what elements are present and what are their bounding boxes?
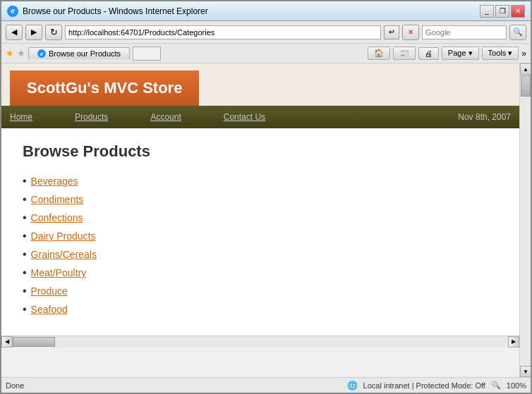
browser-window: e Browse our Products - Windows Internet… bbox=[0, 0, 532, 394]
window-controls: _ ❐ ✕ bbox=[480, 5, 525, 18]
h-scroll-right-button[interactable]: ▶ bbox=[508, 336, 519, 347]
new-tab-button[interactable] bbox=[133, 47, 161, 61]
site-nav: Home Products Account Contact Us Nov 8th… bbox=[1, 106, 519, 128]
zone-icon: 🌐 bbox=[347, 381, 358, 390]
status-bar: Done 🌐 Local intranet | Protected Mode: … bbox=[1, 377, 531, 393]
page-button[interactable]: Page ▾ bbox=[442, 47, 479, 60]
product-link[interactable]: Dairy Products bbox=[31, 230, 96, 242]
restore-button[interactable]: ❐ bbox=[495, 5, 509, 18]
scroll-thumb[interactable] bbox=[521, 75, 531, 97]
h-scroll-left-button[interactable]: ◀ bbox=[1, 336, 13, 347]
scroll-down-button[interactable]: ▼ bbox=[520, 366, 531, 377]
nav-contact[interactable]: Contact Us bbox=[224, 112, 265, 122]
list-item: • Grains/Cereals bbox=[23, 248, 498, 261]
scroll-up-button[interactable]: ▲ bbox=[520, 63, 531, 75]
zone-text: Local intranet | Protected Mode: Off bbox=[363, 381, 485, 390]
status-right: 🌐 Local intranet | Protected Mode: Off 🔍… bbox=[347, 381, 526, 390]
toolbar: ★ ★ e Browse our Products 🏠 📰 🖨 Page ▾ T… bbox=[1, 44, 531, 63]
forward-button[interactable]: ▶ bbox=[25, 25, 42, 40]
bullet-icon: • bbox=[23, 266, 27, 279]
close-button[interactable]: ✕ bbox=[511, 5, 525, 18]
go-button[interactable]: ↵ bbox=[384, 25, 399, 39]
search-input[interactable] bbox=[422, 25, 507, 39]
zoom-level: 100% bbox=[507, 381, 526, 390]
nav-products[interactable]: Products bbox=[75, 112, 108, 122]
browser-tab[interactable]: e Browse our Products bbox=[28, 47, 130, 59]
main-content: Browse Products • Beverages• Condiments•… bbox=[1, 128, 519, 335]
product-link[interactable]: Beverages bbox=[31, 176, 78, 187]
site-header: ScottGu's MVC Store bbox=[1, 63, 519, 106]
add-favorites-icon[interactable]: ★ bbox=[17, 48, 25, 59]
stop-button[interactable]: ✕ bbox=[402, 25, 419, 40]
refresh-button[interactable]: ↻ bbox=[45, 25, 62, 40]
help-arrow-icon[interactable]: » bbox=[521, 49, 526, 59]
product-link[interactable]: Confections bbox=[31, 212, 83, 223]
address-bar: ◀ ▶ ↻ ↵ ✕ 🔍 bbox=[1, 21, 531, 44]
toolbar-right: 🏠 📰 🖨 Page ▾ Tools ▾ » bbox=[368, 47, 526, 60]
zoom-icon: 🔍 bbox=[491, 381, 501, 390]
h-scroll-thumb[interactable] bbox=[13, 337, 55, 347]
vertical-scrollbar: ▲ ▼ bbox=[519, 63, 531, 377]
feeds-button[interactable]: 📰 bbox=[393, 47, 416, 60]
list-item: • Condiments bbox=[23, 193, 498, 206]
list-item: • Produce bbox=[23, 285, 498, 297]
tools-button[interactable]: Tools ▾ bbox=[482, 47, 519, 60]
site-logo: ScottGu's MVC Store bbox=[10, 70, 199, 106]
nav-date: Nov 8th, 2007 bbox=[458, 112, 511, 122]
tab-label: Browse our Products bbox=[49, 49, 121, 58]
tab-ie-icon: e bbox=[37, 49, 46, 58]
bullet-icon: • bbox=[23, 248, 27, 261]
list-item: • Dairy Products bbox=[23, 230, 498, 242]
content-area: ScottGu's MVC Store Home Products Accoun… bbox=[1, 63, 519, 377]
browser-icon: e bbox=[7, 6, 18, 17]
list-item: • Beverages bbox=[23, 175, 498, 187]
product-link[interactable]: Meat/Poultry bbox=[31, 267, 87, 278]
nav-account[interactable]: Account bbox=[150, 112, 181, 122]
page-content: ScottGu's MVC Store Home Products Accoun… bbox=[1, 63, 519, 335]
print-button[interactable]: 🖨 bbox=[418, 47, 439, 60]
product-link[interactable]: Seafood bbox=[31, 304, 68, 315]
product-link[interactable]: Produce bbox=[31, 285, 68, 297]
favorites-star-icon[interactable]: ★ bbox=[6, 48, 14, 59]
scroll-track bbox=[520, 75, 531, 366]
bullet-icon: • bbox=[23, 175, 27, 187]
bullet-icon: • bbox=[23, 285, 27, 297]
product-link[interactable]: Condiments bbox=[31, 194, 84, 205]
status-left: Done bbox=[6, 381, 24, 390]
window-title: Browse our Products - Windows Internet E… bbox=[23, 6, 208, 16]
address-input[interactable] bbox=[65, 25, 381, 39]
list-item: • Confections bbox=[23, 211, 498, 224]
product-link[interactable]: Grains/Cereals bbox=[31, 249, 97, 260]
page-title: Browse Products bbox=[23, 142, 498, 161]
home-toolbar-button[interactable]: 🏠 bbox=[368, 47, 390, 60]
minimize-button[interactable]: _ bbox=[480, 5, 494, 18]
bullet-icon: • bbox=[23, 211, 27, 224]
status-text: Done bbox=[6, 381, 24, 390]
product-list: • Beverages• Condiments• Confections• Da… bbox=[23, 175, 498, 316]
bullet-icon: • bbox=[23, 303, 27, 316]
bullet-icon: • bbox=[23, 230, 27, 242]
title-bar: e Browse our Products - Windows Internet… bbox=[1, 1, 531, 21]
scroll-area: ScottGu's MVC Store Home Products Accoun… bbox=[1, 63, 531, 377]
bullet-icon: • bbox=[23, 193, 27, 206]
search-button[interactable]: 🔍 bbox=[509, 25, 526, 40]
h-scroll-track bbox=[13, 336, 508, 347]
back-button[interactable]: ◀ bbox=[6, 25, 23, 40]
nav-home[interactable]: Home bbox=[10, 112, 32, 122]
list-item: • Seafood bbox=[23, 303, 498, 316]
list-item: • Meat/Poultry bbox=[23, 266, 498, 279]
horizontal-scrollbar: ◀ ▶ bbox=[1, 335, 519, 347]
site-logo-text: ScottGu's MVC Store bbox=[27, 79, 182, 97]
